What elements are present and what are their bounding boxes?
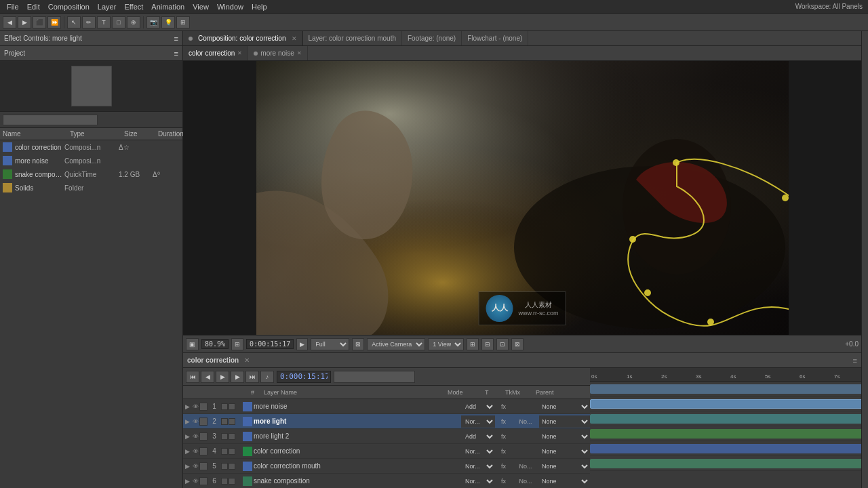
- layer-mode-5[interactable]: Nor...: [461, 460, 495, 472]
- menu-file[interactable]: File: [3, 1, 23, 12]
- layer-fx-4[interactable]: fx: [495, 448, 512, 455]
- project-item-more-noise[interactable]: more noise Composi...n: [0, 154, 182, 167]
- layer-name-1[interactable]: more noise: [254, 403, 461, 410]
- toolbar-btn-4[interactable]: ⏩: [47, 16, 61, 28]
- view-layout-btn3[interactable]: ⊡: [496, 338, 509, 350]
- layer-expand-5[interactable]: ▶: [183, 463, 191, 470]
- timeline-current-time[interactable]: [277, 371, 331, 383]
- menu-window[interactable]: Window: [213, 1, 248, 12]
- comp-tab-composition[interactable]: Composition: color correction ✕: [183, 31, 303, 45]
- layer-parent-1[interactable]: None: [539, 401, 590, 413]
- zoom-btn[interactable]: ⊞: [231, 338, 243, 350]
- camera-select[interactable]: Active Camera: [367, 338, 425, 350]
- layer-fx-6[interactable]: fx: [495, 478, 512, 485]
- toolbar-roto[interactable]: ⊕: [127, 16, 140, 28]
- layer-expand-1[interactable]: ▶: [183, 403, 191, 410]
- toolbar-btn-3[interactable]: ⬛: [33, 16, 46, 28]
- layer-expand-3[interactable]: ▶: [183, 433, 191, 440]
- timeline-menu-icon[interactable]: ≡: [853, 357, 857, 365]
- layer-solo-5[interactable]: [199, 462, 208, 470]
- frame-info-btn[interactable]: ▣: [186, 338, 199, 350]
- toolbar-btn-1[interactable]: ◀: [3, 16, 16, 28]
- track-bar-2[interactable]: [590, 399, 861, 409]
- sw-1a[interactable]: [221, 403, 228, 410]
- track-bar-6[interactable]: [590, 459, 861, 468]
- sw-5a[interactable]: [221, 463, 228, 470]
- layer-mode-1[interactable]: Add: [461, 401, 495, 413]
- layer-parent-4[interactable]: None: [539, 445, 590, 458]
- quality-select[interactable]: Full Half Quarter: [311, 338, 349, 350]
- tl-last-frame[interactable]: ⏭: [245, 371, 259, 383]
- resolution-btn[interactable]: ⊠: [352, 338, 364, 350]
- view-select[interactable]: 1 View: [428, 338, 464, 350]
- sw-4a[interactable]: [221, 448, 228, 455]
- viewer-tab-noise-close[interactable]: ✕: [297, 50, 302, 56]
- sw-2b[interactable]: [229, 418, 235, 425]
- layer-expand-6[interactable]: ▶: [183, 478, 191, 485]
- sw-4b[interactable]: [229, 448, 235, 455]
- menu-edit[interactable]: Edit: [23, 1, 44, 12]
- layer-vis-1[interactable]: 👁: [191, 403, 199, 410]
- play-btn[interactable]: ▶: [296, 338, 308, 350]
- viewer-tab-color-correction[interactable]: color correction ✕: [183, 46, 248, 60]
- toolbar-shape[interactable]: □: [112, 16, 125, 28]
- layer-vis-5[interactable]: 👁: [191, 463, 199, 470]
- layer-parent-2[interactable]: None: [539, 415, 590, 428]
- project-item-color-correction[interactable]: color correction Composi...n Δ☆: [0, 140, 182, 154]
- layer-expand-2[interactable]: ▶: [183, 418, 191, 425]
- tab-close-comp[interactable]: ✕: [292, 35, 297, 42]
- layer-row-3[interactable]: ▶ 👁 3 more light 2 Add fx: [183, 429, 590, 444]
- toolbar-pen[interactable]: ✏: [82, 16, 96, 28]
- comp-tab-layer[interactable]: Layer: color correction mouth: [303, 31, 403, 45]
- tl-play[interactable]: ▶: [216, 371, 229, 383]
- track-bar-5[interactable]: [590, 444, 861, 453]
- toolbar-light[interactable]: 💡: [161, 16, 175, 28]
- layer-mode-3[interactable]: Add: [461, 430, 495, 443]
- layer-name-6[interactable]: snake composition: [254, 477, 461, 485]
- menu-view[interactable]: View: [189, 1, 213, 12]
- layer-vis-4[interactable]: 👁: [191, 448, 199, 455]
- toolbar-select[interactable]: ↖: [67, 16, 81, 28]
- layer-solo-1[interactable]: [199, 403, 208, 411]
- track-bar-3[interactable]: [590, 414, 861, 424]
- layer-name-4[interactable]: color correction: [254, 447, 461, 455]
- tl-prev-frame[interactable]: ◀: [201, 371, 214, 383]
- viewer-tab-more-noise[interactable]: more noise ✕: [248, 46, 307, 60]
- view-layout-btn[interactable]: ⊞: [467, 338, 479, 350]
- layer-mode-4[interactable]: Nor...: [461, 445, 495, 458]
- layer-vis-6[interactable]: 👁: [191, 478, 199, 485]
- layer-solo-3[interactable]: [199, 432, 208, 441]
- menu-help[interactable]: Help: [248, 1, 271, 12]
- layer-row-4[interactable]: ▶ 👁 4 color correction Nor... fx: [183, 444, 590, 459]
- sw-6b[interactable]: [229, 478, 235, 485]
- layer-expand-4[interactable]: ▶: [183, 448, 191, 455]
- panel-menu-icon[interactable]: ≡: [174, 35, 178, 43]
- view-layout-btn2[interactable]: ⊟: [481, 338, 494, 350]
- comp-tab-flowchart[interactable]: Flowchart - (none): [462, 31, 528, 45]
- toolbar-camera[interactable]: 📷: [146, 16, 160, 28]
- menu-composition[interactable]: Composition: [44, 1, 94, 12]
- sw-3a[interactable]: [221, 433, 228, 440]
- layer-parent-3[interactable]: None: [539, 430, 590, 443]
- sw-5b[interactable]: [229, 463, 235, 470]
- layer-row-5[interactable]: ▶ 👁 5 color correction mouth Nor...: [183, 459, 590, 474]
- layer-name-2[interactable]: more light: [254, 418, 461, 425]
- project-panel-menu[interactable]: ≡: [174, 49, 178, 58]
- layer-search-input[interactable]: [334, 371, 415, 383]
- layer-mode-6[interactable]: Nor...: [461, 475, 495, 487]
- layer-mode-2[interactable]: Nor...: [461, 415, 495, 428]
- project-item-snake[interactable]: snake composition QuickTime 1.2 GB Δ⁰: [0, 167, 182, 181]
- track-bar-4[interactable]: [590, 429, 861, 439]
- layer-row-2[interactable]: ▶ 👁 2 more light Nor... fx: [183, 414, 590, 429]
- layer-name-3[interactable]: more light 2: [254, 432, 461, 440]
- tl-audio[interactable]: ♪: [260, 371, 274, 383]
- viewer-tab-cc-close[interactable]: ✕: [237, 50, 242, 56]
- layer-fx-1[interactable]: fx: [495, 403, 512, 410]
- layer-vis-3[interactable]: 👁: [191, 433, 199, 440]
- layer-solo-4[interactable]: [199, 447, 208, 455]
- sw-1b[interactable]: [229, 403, 235, 410]
- layer-solo-6[interactable]: [199, 477, 208, 485]
- layer-row-6[interactable]: ▶ 👁 6 snake composition Nor... fx: [183, 474, 590, 488]
- layer-vis-2[interactable]: 👁: [191, 418, 199, 425]
- menu-animation[interactable]: Animation: [147, 1, 189, 12]
